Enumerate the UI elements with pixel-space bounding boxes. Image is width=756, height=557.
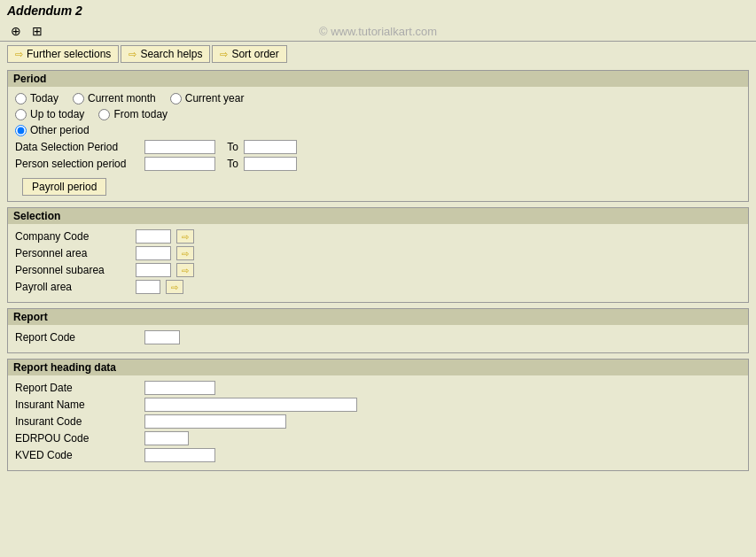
period-row-2: Up to today From today	[15, 108, 741, 120]
radio-from-today-label: From today	[113, 108, 168, 120]
radio-other-period-label: Other period	[30, 124, 90, 136]
personnel-area-input[interactable]	[136, 246, 171, 260]
radio-current-month-label: Current month	[88, 92, 156, 104]
radio-other-period-input[interactable]	[15, 125, 27, 136]
company-code-label: Company Code	[15, 230, 130, 243]
radio-current-year[interactable]: Current year	[170, 92, 245, 104]
payroll-area-input[interactable]	[136, 280, 160, 294]
radio-today-label: Today	[30, 92, 58, 104]
radio-up-to-today-label: Up to today	[30, 108, 84, 120]
selection-body: Company Code ⇨ Personnel area ⇨ Personne…	[8, 224, 748, 302]
selection-header: Selection	[8, 208, 748, 224]
tab-further-selections-label: Further selections	[27, 48, 111, 60]
period-row-3: Other period	[15, 124, 741, 136]
page-title: Addendum 2	[7, 4, 82, 18]
edrpou-code-row: EDRPOU Code	[15, 431, 741, 445]
kved-code-input[interactable]	[144, 448, 215, 462]
report-code-input[interactable]	[144, 330, 180, 344]
personnel-subarea-row: Personnel subarea ⇨	[15, 263, 741, 277]
to-label-1: To	[221, 141, 238, 153]
sort-order-arrow-icon: ⇨	[220, 49, 228, 60]
report-heading-section: Report heading data Report Date Insurant…	[7, 359, 749, 471]
person-selection-period-from[interactable]	[144, 157, 215, 171]
navigate-icon[interactable]: ⊕	[7, 23, 25, 39]
radio-current-year-label: Current year	[185, 92, 245, 104]
report-heading-body: Report Date Insurant Name Insurant Code …	[8, 375, 748, 470]
toolbar: ⊕ ⊞ © www.tutorialkart.com	[0, 21, 756, 42]
period-header: Period	[8, 71, 748, 87]
personnel-area-row: Personnel area ⇨	[15, 246, 741, 260]
period-section: Period Today Current month Current year	[7, 70, 749, 202]
edrpou-code-label: EDRPOU Code	[15, 432, 139, 445]
data-selection-period-label: Data Selection Period	[15, 141, 139, 153]
payroll-area-row: Payroll area ⇨	[15, 280, 741, 294]
company-code-row: Company Code ⇨	[15, 229, 741, 244]
radio-from-today[interactable]: From today	[98, 108, 168, 120]
personnel-area-label: Personnel area	[15, 247, 130, 259]
payroll-area-label: Payroll area	[15, 281, 130, 293]
kved-code-row: KVED Code	[15, 448, 741, 462]
company-code-arrow-btn[interactable]: ⇨	[176, 229, 194, 244]
insurant-name-label: Insurant Name	[15, 398, 139, 411]
company-code-input[interactable]	[136, 229, 171, 244]
kved-code-label: KVED Code	[15, 449, 139, 461]
report-code-label: Report Code	[15, 331, 139, 344]
radio-today-input[interactable]	[15, 93, 27, 104]
payroll-area-arrow-btn[interactable]: ⇨	[166, 280, 183, 294]
edrpou-code-input[interactable]	[144, 431, 189, 445]
personnel-subarea-input[interactable]	[136, 263, 171, 277]
tab-sort-order[interactable]: ⇨ Sort order	[212, 45, 286, 63]
insurant-name-row: Insurant Name	[15, 398, 741, 412]
insurant-name-input[interactable]	[144, 398, 357, 412]
report-date-row: Report Date	[15, 381, 741, 395]
report-section: Report Report Code	[7, 308, 749, 353]
report-heading-header: Report heading data	[8, 360, 748, 375]
radio-current-month[interactable]: Current month	[73, 92, 156, 104]
main-content: Period Today Current month Current year	[0, 66, 756, 480]
personnel-area-arrow-btn[interactable]: ⇨	[176, 246, 194, 260]
insurant-code-row: Insurant Code	[15, 414, 741, 429]
tab-sort-order-label: Sort order	[231, 48, 278, 60]
payroll-period-button[interactable]: Payroll period	[22, 178, 106, 196]
tab-bar: ⇨ Further selections ⇨ Search helps ⇨ So…	[0, 42, 756, 66]
radio-up-to-today-input[interactable]	[15, 109, 27, 120]
to-label-2: To	[221, 158, 238, 170]
search-helps-arrow-icon: ⇨	[129, 49, 136, 60]
grid-icon[interactable]: ⊞	[28, 23, 46, 39]
radio-current-year-input[interactable]	[170, 93, 182, 104]
period-body: Today Current month Current year Up to t…	[8, 87, 748, 201]
personnel-subarea-label: Personnel subarea	[15, 264, 130, 276]
report-body: Report Code	[8, 325, 748, 352]
title-bar: Addendum 2	[0, 0, 756, 21]
tab-search-helps-label: Search helps	[140, 48, 202, 60]
data-selection-period-row: Data Selection Period To	[15, 140, 741, 154]
watermark: © www.tutorialkart.com	[319, 25, 437, 38]
tab-further-selections[interactable]: ⇨ Further selections	[7, 45, 119, 63]
radio-up-to-today[interactable]: Up to today	[15, 108, 84, 120]
person-selection-period-row: Person selection period To	[15, 157, 741, 171]
insurant-code-input[interactable]	[144, 414, 286, 429]
radio-current-month-input[interactable]	[73, 93, 84, 104]
report-header: Report	[8, 309, 748, 325]
data-selection-period-to[interactable]	[244, 140, 297, 154]
report-code-row: Report Code	[15, 330, 741, 344]
selection-section: Selection Company Code ⇨ Personnel area …	[7, 207, 749, 303]
insurant-code-label: Insurant Code	[15, 415, 139, 428]
radio-other-period[interactable]: Other period	[15, 124, 90, 136]
personnel-subarea-arrow-btn[interactable]: ⇨	[176, 263, 194, 277]
further-selections-arrow-icon: ⇨	[15, 49, 23, 60]
radio-from-today-input[interactable]	[98, 109, 110, 120]
period-row-1: Today Current month Current year	[15, 92, 741, 104]
report-date-label: Report Date	[15, 382, 139, 394]
radio-today[interactable]: Today	[15, 92, 58, 104]
data-selection-period-from[interactable]	[144, 140, 215, 154]
tab-search-helps[interactable]: ⇨ Search helps	[121, 45, 210, 63]
report-date-input[interactable]	[144, 381, 215, 395]
person-selection-period-to[interactable]	[244, 157, 297, 171]
person-selection-period-label: Person selection period	[15, 158, 139, 170]
